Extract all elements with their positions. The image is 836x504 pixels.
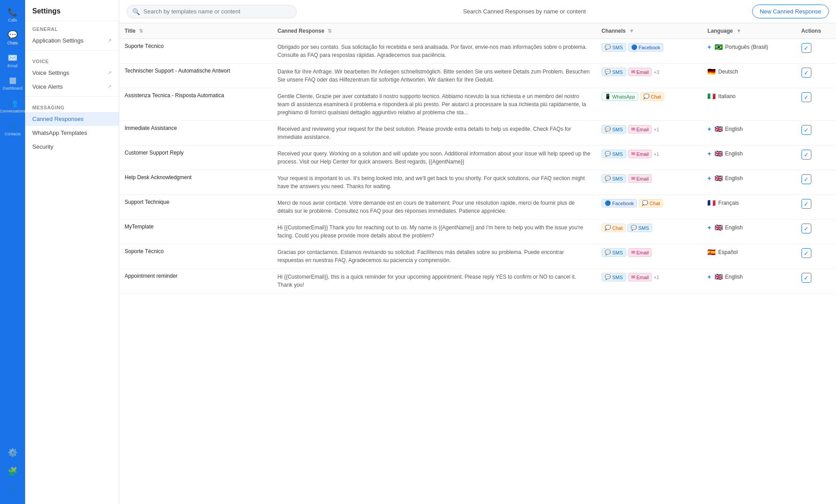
channel-tag-email: ✉ Email: [628, 174, 652, 183]
plus-icon: +: [707, 175, 711, 182]
cell-actions: ✓: [796, 244, 836, 269]
action-check-button[interactable]: ✓: [801, 248, 811, 258]
external-link-icon-2: ↗: [108, 70, 112, 76]
channel-tag-email: ✉ Email: [628, 248, 652, 257]
channel-tag-chat: 💭 Chat: [639, 199, 663, 207]
nav-item-calls[interactable]: 📞 Calls: [0, 4, 25, 26]
cell-channels: 💬 SMS✉ Email+3: [596, 64, 702, 88]
email-icon: ✉️: [8, 53, 17, 63]
col-header-actions: Actions: [796, 23, 836, 39]
sidebar-item-application-settings[interactable]: Application Settings ↗: [25, 34, 119, 47]
language-name: Italiano: [718, 93, 736, 99]
nav-item-dashboard[interactable]: ▦ Dashboard: [0, 72, 25, 95]
cell-language: 🇮🇹 Italiano: [702, 88, 796, 121]
action-check-button[interactable]: ✓: [801, 43, 811, 53]
nav-item-conversations[interactable]: 👥 Conversations: [0, 95, 25, 117]
table-row: Assistenza Tecnica - Risposta Automatica…: [119, 88, 836, 121]
action-check-button[interactable]: ✓: [801, 273, 811, 283]
channel-tag-whatsapp: 📱 WhatsApp: [602, 92, 638, 101]
flag-emoji: 🇬🇧: [715, 125, 723, 133]
sidebar-divider-1: [25, 50, 119, 51]
channel-tag-email: ✉ Email: [628, 273, 652, 281]
cell-title: Immediate Assistance: [119, 121, 272, 146]
action-check-button[interactable]: ✓: [801, 199, 811, 209]
channel-tag-sms: 💬 SMS: [602, 43, 626, 52]
nav-item-chats[interactable]: 💬 Chats: [0, 26, 25, 49]
action-check-button[interactable]: ✓: [801, 92, 811, 102]
sidebar-label-application-settings: Application Settings: [32, 37, 83, 44]
flag-emoji: 🇮🇹: [707, 92, 716, 100]
flag-emoji: 🇬🇧: [715, 273, 723, 281]
new-canned-response-button[interactable]: New Canned Response: [752, 4, 829, 18]
nav-item-settings[interactable]: ⚙️: [0, 444, 25, 462]
action-check-button[interactable]: ✓: [801, 68, 811, 78]
cell-language: 🇪🇸 Español: [702, 244, 796, 269]
cell-actions: ✓: [796, 146, 836, 170]
nav-item-contacts[interactable]: 👤 Contacts: [0, 117, 25, 140]
cell-channels: 💬 SMS🔵 Facebook: [596, 39, 702, 64]
language-name: Deutsch: [718, 69, 738, 75]
sidebar-item-voice-alerts[interactable]: Voice Alerts ↗: [25, 80, 119, 94]
col-canned-label: Canned Response: [277, 28, 325, 34]
cell-language: 🇫🇷 Français: [702, 195, 796, 220]
sidebar-title: Settings: [25, 0, 119, 21]
sidebar-item-security[interactable]: Security: [25, 140, 119, 154]
flag-emoji: 🇬🇧: [715, 224, 723, 232]
action-check-button[interactable]: ✓: [801, 150, 811, 159]
sidebar-item-canned-responses[interactable]: Canned Responses: [25, 112, 119, 126]
channel-tag-chat: 💭 Chat: [640, 92, 664, 101]
sidebar-label-voice-alerts: Voice Alerts: [32, 83, 63, 90]
sort-title-icon: ⇅: [139, 28, 143, 34]
search-container[interactable]: 🔍: [126, 5, 297, 18]
table-container: Title ⇅ Canned Response ⇅ Channels ▼ Lan…: [119, 23, 836, 504]
channel-tag-email: ✉ Email: [628, 125, 652, 134]
cell-channels: 💬 SMS✉ Email: [596, 170, 702, 195]
language-name: Português (Brasil): [725, 44, 768, 50]
cell-actions: ✓: [796, 269, 836, 293]
cell-title: Appointment reminder: [119, 269, 272, 293]
filter-channels-icon[interactable]: ▼: [629, 28, 634, 34]
sidebar-label-whatsapp-templates: WhatsApp Templates: [32, 129, 87, 136]
calls-icon: 📞: [8, 7, 17, 17]
nav-item-extensions[interactable]: 🧩: [0, 463, 25, 481]
cell-title: MyTemplate: [119, 220, 272, 244]
channel-tag-sms: 💬 SMS: [602, 68, 626, 76]
settings-icon: ⚙️: [8, 448, 17, 457]
nav-item-email[interactable]: ✉️ Email: [0, 49, 25, 72]
main-content: 🔍 Search Canned Responses by name or con…: [119, 0, 836, 504]
cell-actions: ✓: [796, 39, 836, 64]
plus-icon: +: [707, 125, 711, 133]
col-header-canned-response[interactable]: Canned Response ⇅: [272, 23, 596, 39]
plus-icon: +: [707, 224, 711, 231]
nav-label-email: Email: [8, 64, 18, 69]
nav-item-help[interactable]: 👤: [0, 482, 25, 500]
col-header-language[interactable]: Language ▼: [702, 23, 796, 39]
nav-bottom: ⚙️ 🧩 👤: [0, 444, 25, 504]
cell-content: Hi {{CustomerEmail}} Thank you for reach…: [272, 220, 596, 244]
table-row: Immediate AssistanceReceived and reviewi…: [119, 121, 836, 146]
action-check-button[interactable]: ✓: [801, 125, 811, 135]
cell-content: Danke für Ihre Anfrage. Wir bearbeiten I…: [272, 64, 596, 88]
search-input[interactable]: [143, 8, 291, 15]
col-header-title[interactable]: Title ⇅: [119, 23, 272, 39]
nav-bar: 📞 Calls 💬 Chats ✉️ Email ▦ Dashboard 👥 C…: [0, 0, 25, 504]
action-check-button[interactable]: ✓: [801, 174, 811, 184]
extensions-icon: 🧩: [8, 466, 17, 476]
plus-icon: +: [707, 150, 711, 157]
cell-content: Your request is important to us. It's be…: [272, 170, 596, 195]
filter-language-icon[interactable]: ▼: [736, 28, 741, 34]
cell-language: +🇬🇧 English: [702, 220, 796, 244]
contacts-icon: 👤: [8, 121, 17, 131]
sidebar-item-whatsapp-templates[interactable]: WhatsApp Templates: [25, 126, 119, 140]
cell-actions: ✓: [796, 220, 836, 244]
table-row: Soporte TécnicoGracias por contactarnos.…: [119, 244, 836, 269]
language-name: English: [725, 274, 743, 280]
nav-label-contacts: Contacts: [4, 132, 21, 137]
cell-title: Help Desk Acknowledgment: [119, 170, 272, 195]
action-check-button[interactable]: ✓: [801, 224, 811, 233]
sidebar-item-voice-settings[interactable]: Voice Settings ↗: [25, 66, 119, 80]
col-header-channels[interactable]: Channels ▼: [596, 23, 702, 39]
external-link-icon: ↗: [108, 38, 112, 43]
cell-actions: ✓: [796, 195, 836, 220]
col-actions-label: Actions: [801, 28, 821, 34]
